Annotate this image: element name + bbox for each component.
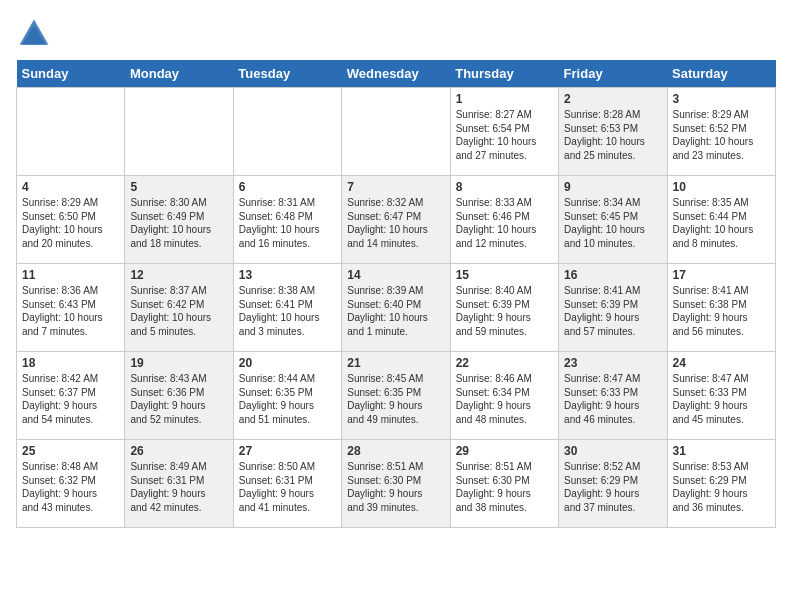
calendar-cell: 29Sunrise: 8:51 AM Sunset: 6:30 PM Dayli… (450, 440, 558, 528)
day-number: 3 (673, 92, 770, 106)
calendar-header-row: SundayMondayTuesdayWednesdayThursdayFrid… (17, 60, 776, 88)
day-info: Sunrise: 8:37 AM Sunset: 6:42 PM Dayligh… (130, 284, 227, 338)
calendar-cell: 20Sunrise: 8:44 AM Sunset: 6:35 PM Dayli… (233, 352, 341, 440)
day-number: 8 (456, 180, 553, 194)
calendar-cell: 1Sunrise: 8:27 AM Sunset: 6:54 PM Daylig… (450, 88, 558, 176)
day-number: 31 (673, 444, 770, 458)
calendar-cell: 10Sunrise: 8:35 AM Sunset: 6:44 PM Dayli… (667, 176, 775, 264)
calendar-cell: 22Sunrise: 8:46 AM Sunset: 6:34 PM Dayli… (450, 352, 558, 440)
day-number: 17 (673, 268, 770, 282)
day-info: Sunrise: 8:50 AM Sunset: 6:31 PM Dayligh… (239, 460, 336, 514)
calendar-week-3: 11Sunrise: 8:36 AM Sunset: 6:43 PM Dayli… (17, 264, 776, 352)
day-number: 6 (239, 180, 336, 194)
day-number: 15 (456, 268, 553, 282)
day-info: Sunrise: 8:29 AM Sunset: 6:50 PM Dayligh… (22, 196, 119, 250)
calendar-cell: 24Sunrise: 8:47 AM Sunset: 6:33 PM Dayli… (667, 352, 775, 440)
calendar-cell: 7Sunrise: 8:32 AM Sunset: 6:47 PM Daylig… (342, 176, 450, 264)
day-info: Sunrise: 8:49 AM Sunset: 6:31 PM Dayligh… (130, 460, 227, 514)
day-info: Sunrise: 8:35 AM Sunset: 6:44 PM Dayligh… (673, 196, 770, 250)
day-number: 4 (22, 180, 119, 194)
day-info: Sunrise: 8:45 AM Sunset: 6:35 PM Dayligh… (347, 372, 444, 426)
day-number: 28 (347, 444, 444, 458)
calendar-cell (17, 88, 125, 176)
day-info: Sunrise: 8:29 AM Sunset: 6:52 PM Dayligh… (673, 108, 770, 162)
calendar-week-2: 4Sunrise: 8:29 AM Sunset: 6:50 PM Daylig… (17, 176, 776, 264)
day-number: 29 (456, 444, 553, 458)
calendar-cell (342, 88, 450, 176)
day-number: 9 (564, 180, 661, 194)
logo-icon (16, 16, 52, 52)
day-number: 11 (22, 268, 119, 282)
day-info: Sunrise: 8:38 AM Sunset: 6:41 PM Dayligh… (239, 284, 336, 338)
day-number: 16 (564, 268, 661, 282)
day-info: Sunrise: 8:43 AM Sunset: 6:36 PM Dayligh… (130, 372, 227, 426)
page-header (16, 16, 776, 52)
day-info: Sunrise: 8:33 AM Sunset: 6:46 PM Dayligh… (456, 196, 553, 250)
calendar-body: 1Sunrise: 8:27 AM Sunset: 6:54 PM Daylig… (17, 88, 776, 528)
calendar-header-saturday: Saturday (667, 60, 775, 88)
calendar-cell: 6Sunrise: 8:31 AM Sunset: 6:48 PM Daylig… (233, 176, 341, 264)
day-number: 5 (130, 180, 227, 194)
calendar-header-friday: Friday (559, 60, 667, 88)
day-info: Sunrise: 8:44 AM Sunset: 6:35 PM Dayligh… (239, 372, 336, 426)
day-info: Sunrise: 8:39 AM Sunset: 6:40 PM Dayligh… (347, 284, 444, 338)
day-number: 27 (239, 444, 336, 458)
day-number: 26 (130, 444, 227, 458)
day-info: Sunrise: 8:31 AM Sunset: 6:48 PM Dayligh… (239, 196, 336, 250)
day-info: Sunrise: 8:46 AM Sunset: 6:34 PM Dayligh… (456, 372, 553, 426)
day-info: Sunrise: 8:47 AM Sunset: 6:33 PM Dayligh… (564, 372, 661, 426)
calendar-cell: 9Sunrise: 8:34 AM Sunset: 6:45 PM Daylig… (559, 176, 667, 264)
calendar-cell (125, 88, 233, 176)
day-info: Sunrise: 8:40 AM Sunset: 6:39 PM Dayligh… (456, 284, 553, 338)
calendar-week-5: 25Sunrise: 8:48 AM Sunset: 6:32 PM Dayli… (17, 440, 776, 528)
day-number: 10 (673, 180, 770, 194)
day-number: 23 (564, 356, 661, 370)
calendar-cell: 13Sunrise: 8:38 AM Sunset: 6:41 PM Dayli… (233, 264, 341, 352)
day-info: Sunrise: 8:53 AM Sunset: 6:29 PM Dayligh… (673, 460, 770, 514)
day-info: Sunrise: 8:48 AM Sunset: 6:32 PM Dayligh… (22, 460, 119, 514)
calendar-cell (233, 88, 341, 176)
calendar-cell: 5Sunrise: 8:30 AM Sunset: 6:49 PM Daylig… (125, 176, 233, 264)
day-info: Sunrise: 8:34 AM Sunset: 6:45 PM Dayligh… (564, 196, 661, 250)
calendar-cell: 3Sunrise: 8:29 AM Sunset: 6:52 PM Daylig… (667, 88, 775, 176)
calendar-table: SundayMondayTuesdayWednesdayThursdayFrid… (16, 60, 776, 528)
day-number: 30 (564, 444, 661, 458)
calendar-cell: 4Sunrise: 8:29 AM Sunset: 6:50 PM Daylig… (17, 176, 125, 264)
day-number: 20 (239, 356, 336, 370)
calendar-cell: 19Sunrise: 8:43 AM Sunset: 6:36 PM Dayli… (125, 352, 233, 440)
calendar-cell: 26Sunrise: 8:49 AM Sunset: 6:31 PM Dayli… (125, 440, 233, 528)
day-info: Sunrise: 8:42 AM Sunset: 6:37 PM Dayligh… (22, 372, 119, 426)
day-number: 13 (239, 268, 336, 282)
logo (16, 16, 56, 52)
calendar-week-4: 18Sunrise: 8:42 AM Sunset: 6:37 PM Dayli… (17, 352, 776, 440)
day-number: 12 (130, 268, 227, 282)
day-info: Sunrise: 8:52 AM Sunset: 6:29 PM Dayligh… (564, 460, 661, 514)
calendar-cell: 14Sunrise: 8:39 AM Sunset: 6:40 PM Dayli… (342, 264, 450, 352)
calendar-cell: 23Sunrise: 8:47 AM Sunset: 6:33 PM Dayli… (559, 352, 667, 440)
calendar-cell: 25Sunrise: 8:48 AM Sunset: 6:32 PM Dayli… (17, 440, 125, 528)
calendar-cell: 27Sunrise: 8:50 AM Sunset: 6:31 PM Dayli… (233, 440, 341, 528)
day-number: 1 (456, 92, 553, 106)
day-number: 19 (130, 356, 227, 370)
day-number: 18 (22, 356, 119, 370)
day-info: Sunrise: 8:27 AM Sunset: 6:54 PM Dayligh… (456, 108, 553, 162)
day-number: 24 (673, 356, 770, 370)
day-number: 25 (22, 444, 119, 458)
calendar-header-thursday: Thursday (450, 60, 558, 88)
calendar-cell: 21Sunrise: 8:45 AM Sunset: 6:35 PM Dayli… (342, 352, 450, 440)
day-number: 7 (347, 180, 444, 194)
day-info: Sunrise: 8:28 AM Sunset: 6:53 PM Dayligh… (564, 108, 661, 162)
day-number: 2 (564, 92, 661, 106)
day-info: Sunrise: 8:30 AM Sunset: 6:49 PM Dayligh… (130, 196, 227, 250)
day-info: Sunrise: 8:47 AM Sunset: 6:33 PM Dayligh… (673, 372, 770, 426)
calendar-week-1: 1Sunrise: 8:27 AM Sunset: 6:54 PM Daylig… (17, 88, 776, 176)
calendar-cell: 28Sunrise: 8:51 AM Sunset: 6:30 PM Dayli… (342, 440, 450, 528)
day-number: 21 (347, 356, 444, 370)
calendar-header-sunday: Sunday (17, 60, 125, 88)
calendar-cell: 18Sunrise: 8:42 AM Sunset: 6:37 PM Dayli… (17, 352, 125, 440)
day-info: Sunrise: 8:32 AM Sunset: 6:47 PM Dayligh… (347, 196, 444, 250)
calendar-cell: 30Sunrise: 8:52 AM Sunset: 6:29 PM Dayli… (559, 440, 667, 528)
calendar-header-tuesday: Tuesday (233, 60, 341, 88)
calendar-cell: 16Sunrise: 8:41 AM Sunset: 6:39 PM Dayli… (559, 264, 667, 352)
day-info: Sunrise: 8:41 AM Sunset: 6:39 PM Dayligh… (564, 284, 661, 338)
